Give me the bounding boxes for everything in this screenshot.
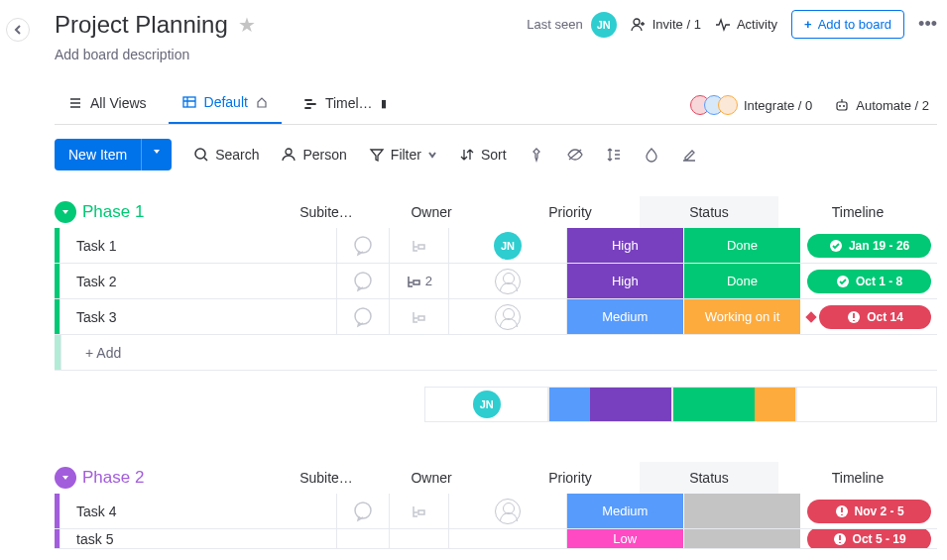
priority-cell[interactable]: Medium	[567, 299, 684, 334]
svg-point-3	[839, 105, 841, 107]
status-cell[interactable]	[684, 494, 801, 528]
svg-rect-1	[183, 97, 195, 107]
pin-tool-icon[interactable]	[529, 147, 544, 163]
filter-button[interactable]: Filter	[369, 147, 437, 163]
last-seen[interactable]: Last seen JN	[527, 12, 616, 38]
favorite-star-icon[interactable]: ★	[238, 13, 256, 37]
subitem-cell[interactable]	[390, 529, 450, 548]
owner-cell[interactable]	[449, 494, 566, 528]
warning-icon	[847, 310, 861, 324]
subitem-cell[interactable]	[390, 228, 450, 263]
empty-avatar-icon	[495, 304, 521, 330]
conversation-icon[interactable]	[337, 529, 389, 548]
invite-button[interactable]: Invite / 1	[631, 17, 701, 33]
board-description[interactable]: Add board description	[55, 47, 937, 62]
svg-point-5	[195, 149, 205, 159]
group-title[interactable]: Phase 1	[82, 202, 144, 222]
height-icon[interactable]	[606, 147, 622, 163]
column-priority[interactable]: Priority	[501, 462, 640, 494]
color-icon[interactable]	[644, 147, 659, 163]
person-filter-button[interactable]: Person	[281, 147, 346, 163]
add-to-board-button[interactable]: + Add to board	[791, 10, 904, 39]
subitem-cell[interactable]	[390, 494, 450, 528]
conversation-icon[interactable]	[337, 299, 389, 334]
priority-cell[interactable]: Low	[567, 529, 684, 548]
timeline-cell[interactable]: Oct 5 - 19	[801, 529, 937, 548]
timeline-cell[interactable]: Oct 14	[801, 299, 937, 334]
task-row: task 5 Low Oct 5 - 19	[55, 529, 937, 549]
group-summary-row: JN	[55, 387, 937, 422]
owner-cell[interactable]	[449, 299, 566, 334]
tab-timeline[interactable]: Timel… ▮	[290, 87, 401, 123]
priority-cell[interactable]: High	[567, 264, 684, 298]
board-title[interactable]: Project Planning	[55, 11, 228, 39]
tab-default[interactable]: Default	[169, 86, 282, 124]
owner-cell[interactable]	[449, 264, 566, 298]
warning-icon	[835, 504, 849, 518]
task-name-cell[interactable]: Task 2	[59, 264, 337, 298]
column-priority[interactable]: Priority	[501, 196, 640, 228]
svg-point-4	[843, 105, 845, 107]
conversation-icon[interactable]	[337, 228, 389, 263]
deadline-diamond-icon	[805, 311, 816, 322]
svg-point-6	[286, 149, 292, 155]
column-owner[interactable]: Owner	[362, 462, 501, 494]
column-status[interactable]: Status	[640, 462, 778, 494]
conversation-icon[interactable]	[337, 264, 389, 298]
status-cell[interactable]: Done	[684, 228, 801, 263]
pin-icon: ▮	[381, 97, 387, 110]
hide-icon[interactable]	[566, 147, 584, 163]
timeline-cell[interactable]: Oct 1 - 8	[801, 264, 937, 298]
edit-icon[interactable]	[681, 147, 697, 163]
owner-cell[interactable]: JN	[449, 228, 566, 263]
collapse-group-button[interactable]	[55, 467, 76, 489]
automate-button[interactable]: Automate / 2	[834, 97, 929, 113]
subitem-cell[interactable]	[390, 299, 450, 334]
summary-status[interactable]	[672, 387, 796, 422]
column-timeline[interactable]: Timeline	[778, 462, 937, 494]
activity-button[interactable]: Activity	[715, 17, 777, 33]
conversation-icon[interactable]	[337, 494, 389, 528]
summary-owner[interactable]: JN	[424, 387, 548, 422]
integrate-button[interactable]: Integrate / 0	[690, 95, 812, 115]
priority-cell[interactable]: Medium	[567, 494, 684, 528]
warning-icon	[833, 532, 847, 546]
empty-avatar-icon	[495, 269, 521, 294]
svg-point-0	[634, 19, 640, 25]
task-name-cell[interactable]: Task 3	[59, 299, 337, 334]
column-owner[interactable]: Owner	[362, 196, 501, 228]
owner-cell[interactable]	[449, 529, 566, 548]
empty-avatar-icon	[495, 499, 521, 524]
status-cell[interactable]	[684, 529, 801, 548]
task-row: Task 4 Medium Nov 2 - 5	[55, 494, 937, 529]
collapse-group-button[interactable]	[55, 201, 76, 223]
column-subitems[interactable]: Subite…	[291, 462, 362, 494]
status-cell[interactable]: Working on it	[684, 299, 801, 334]
avatar: JN	[591, 12, 617, 38]
task-name-cell[interactable]: Task 4	[59, 494, 337, 528]
sort-icon	[459, 147, 475, 163]
column-status[interactable]: Status	[640, 196, 778, 228]
task-name-cell[interactable]: Task 1	[59, 228, 337, 263]
more-menu-button[interactable]: •••	[918, 14, 937, 35]
tab-all-views[interactable]: All Views	[55, 87, 161, 123]
status-cell[interactable]: Done	[684, 264, 801, 298]
priority-cell[interactable]: High	[567, 228, 684, 263]
add-task-row[interactable]: + Add	[55, 335, 937, 371]
timeline-cell[interactable]: Nov 2 - 5	[801, 494, 937, 528]
group-title[interactable]: Phase 2	[82, 468, 144, 488]
timeline-cell[interactable]: Jan 19 - 26	[801, 228, 937, 263]
summary-timeline[interactable]	[796, 387, 937, 422]
task-name-cell[interactable]: task 5	[59, 529, 337, 548]
new-item-button[interactable]: New Item	[55, 139, 141, 170]
sort-button[interactable]: Sort	[459, 147, 507, 163]
new-item-dropdown[interactable]	[141, 139, 172, 170]
plus-icon: +	[804, 17, 812, 32]
subitem-cell[interactable]: 2	[390, 264, 450, 298]
table-icon	[182, 95, 196, 109]
summary-priority[interactable]	[548, 387, 672, 422]
column-timeline[interactable]: Timeline	[778, 196, 937, 228]
search-button[interactable]: Search	[193, 147, 259, 163]
back-button[interactable]	[6, 18, 30, 42]
column-subitems[interactable]: Subite…	[291, 196, 362, 228]
